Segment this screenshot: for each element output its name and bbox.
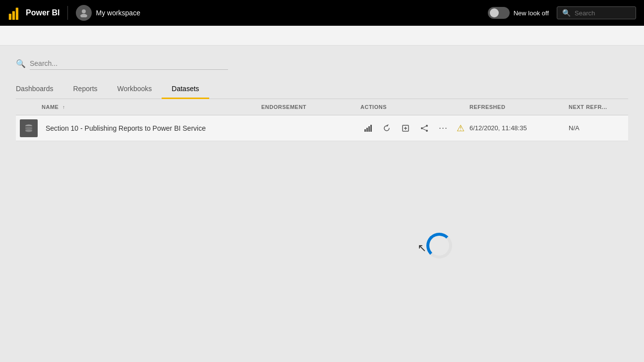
database-icon bbox=[24, 124, 33, 133]
tab-datasets[interactable]: Datasets bbox=[162, 80, 209, 99]
content-search-icon: 🔍 bbox=[16, 59, 26, 68]
svg-point-4 bbox=[80, 14, 87, 17]
new-look-toggle[interactable] bbox=[488, 7, 510, 19]
warning-icon: ⚠ bbox=[457, 123, 465, 134]
row-next-refresh: N/A bbox=[569, 124, 628, 132]
svg-point-8 bbox=[25, 127, 32, 129]
header-actions-label: ACTIONS bbox=[360, 104, 387, 110]
svg-point-17 bbox=[421, 127, 423, 129]
header-name-col[interactable]: NAME ↑ bbox=[42, 104, 261, 110]
brand: Power BI bbox=[8, 6, 59, 20]
dataset-icon bbox=[20, 119, 38, 137]
header-name-label: NAME bbox=[42, 104, 59, 110]
table-row: Section 10 - Publishing Reports to Power… bbox=[16, 115, 628, 141]
svg-rect-12 bbox=[370, 125, 372, 132]
share-button[interactable] bbox=[417, 121, 432, 136]
analyze-icon bbox=[364, 124, 372, 132]
header-refreshed-col[interactable]: REFRESHED bbox=[469, 104, 569, 110]
tabs-container: Dashboards Reports Workbooks Datasets bbox=[16, 80, 628, 99]
main-content: 🔍 Dashboards Reports Workbooks Datasets … bbox=[0, 46, 644, 362]
refresh-button[interactable] bbox=[379, 121, 394, 136]
create-report-icon bbox=[402, 124, 410, 132]
more-button[interactable]: ··· bbox=[436, 121, 451, 136]
new-look-label: New look off bbox=[514, 9, 549, 17]
workspace-name: My workspace bbox=[96, 9, 140, 17]
svg-rect-1 bbox=[12, 11, 15, 20]
global-search-box[interactable]: 🔍 bbox=[557, 6, 636, 19]
svg-point-18 bbox=[426, 130, 428, 132]
row-actions: ··· ⚠ bbox=[360, 121, 469, 136]
global-search-input[interactable] bbox=[575, 9, 631, 17]
sort-icon: ↑ bbox=[62, 104, 65, 110]
svg-rect-9 bbox=[364, 129, 366, 132]
create-report-button[interactable] bbox=[398, 121, 413, 136]
tab-dashboards[interactable]: Dashboards bbox=[16, 80, 63, 99]
powerbi-logo-icon bbox=[8, 6, 22, 20]
refresh-icon bbox=[383, 124, 391, 132]
navbar-divider bbox=[67, 6, 68, 20]
analyze-button[interactable] bbox=[360, 121, 375, 136]
header-actions-col: ACTIONS bbox=[360, 104, 469, 110]
user-icon bbox=[79, 8, 88, 17]
header-next-refresh-col[interactable]: NEXT REFR... bbox=[569, 104, 628, 110]
svg-point-16 bbox=[426, 125, 428, 127]
search-icon: 🔍 bbox=[562, 9, 571, 17]
header-endorsement-label: ENDORSEMENT bbox=[261, 104, 306, 110]
table-header: NAME ↑ ENDORSEMENT ACTIONS REFRESHED NEX… bbox=[16, 99, 628, 115]
toolbar-strip bbox=[0, 26, 644, 46]
navbar: Power BI My workspace New look off 🔍 bbox=[0, 0, 644, 26]
row-name[interactable]: Section 10 - Publishing Reports to Power… bbox=[42, 124, 261, 132]
share-icon bbox=[420, 124, 428, 132]
svg-rect-11 bbox=[368, 126, 370, 132]
svg-rect-10 bbox=[366, 128, 368, 132]
brand-label: Power BI bbox=[26, 8, 59, 17]
avatar bbox=[76, 5, 92, 21]
header-endorsement-col[interactable]: ENDORSEMENT bbox=[261, 104, 360, 110]
more-dots-icon: ··· bbox=[439, 123, 448, 133]
svg-point-3 bbox=[82, 9, 86, 13]
svg-rect-2 bbox=[16, 8, 18, 20]
navbar-right: New look off 🔍 bbox=[488, 6, 636, 19]
row-icon-cell bbox=[16, 119, 42, 137]
svg-point-7 bbox=[25, 129, 32, 132]
datasets-table: NAME ↑ ENDORSEMENT ACTIONS REFRESHED NEX… bbox=[16, 99, 628, 141]
row-refreshed: 6/12/2020, 11:48:35 bbox=[469, 124, 569, 132]
content-search-area: 🔍 bbox=[16, 57, 628, 70]
content-search-input[interactable] bbox=[30, 57, 228, 70]
svg-rect-0 bbox=[9, 14, 11, 20]
tab-reports[interactable]: Reports bbox=[63, 80, 108, 99]
header-refreshed-label: REFRESHED bbox=[469, 104, 505, 110]
tab-workbooks[interactable]: Workbooks bbox=[108, 80, 162, 99]
workspace-selector[interactable]: My workspace bbox=[76, 5, 140, 21]
svg-line-20 bbox=[423, 129, 426, 130]
header-next-refresh-label: NEXT REFR... bbox=[569, 104, 607, 110]
new-look-toggle-container[interactable]: New look off bbox=[488, 7, 549, 19]
svg-line-19 bbox=[423, 126, 426, 128]
